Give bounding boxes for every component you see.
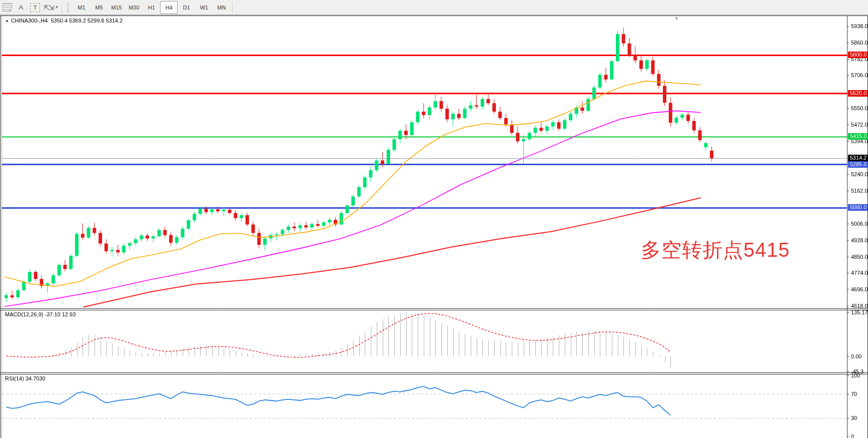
arrows-glyph: ⇱⇲: [44, 4, 53, 12]
timeframe-button-h4[interactable]: H4: [160, 1, 178, 14]
level-price-badge: 5285.0: [848, 161, 868, 168]
toolbar-separator-2: [232, 2, 233, 13]
text-box-icon[interactable]: T: [30, 3, 41, 13]
rsi-axis-tick: 30: [851, 415, 868, 421]
collapse-triangle-icon[interactable]: ▼: [5, 19, 9, 24]
price-axis-tick: 4928.0: [851, 237, 868, 243]
timeframe-button-h1[interactable]: H1: [143, 1, 160, 14]
timeframe-button-m15[interactable]: M15: [108, 1, 125, 14]
price-axis-tick: 5006.0: [851, 221, 868, 227]
chart-text-annotation: 多空转折点5415: [641, 236, 790, 264]
timeframe-buttons: M1M5M15M30H1H4D1W1MN: [73, 1, 230, 14]
level-price-badge: 5800.0: [848, 52, 868, 58]
text-label-icon[interactable]: A: [16, 3, 27, 13]
macd-axis-tick: 0.00: [851, 353, 868, 359]
macd-indicator-label: MACD(12,26,9) -37.10 12.93: [5, 311, 76, 317]
symbol-header: ▼CHINA300-,H4 5350.4 5369.2 5299.8 5314.…: [5, 18, 123, 24]
timeframe-button-w1[interactable]: W1: [195, 1, 213, 14]
dropdown-caret-icon: ▼: [55, 5, 59, 10]
macd-axis-tick: 135.17: [851, 309, 868, 315]
chart-window: ▼CHINA300-,H4 5350.4 5369.2 5299.8 5314.…: [0, 16, 868, 438]
timeframe-button-m1[interactable]: M1: [73, 1, 90, 14]
price-axis-tick: 5550.0: [851, 105, 868, 111]
price-axis-tick: 4618.0: [851, 303, 868, 309]
text-box-glyph: T: [30, 3, 40, 12]
grid-f-icon[interactable]: F: [2, 3, 13, 13]
ohlc-values: 5350.4 5369.2 5299.8 5314.2: [51, 18, 123, 24]
level-price-badge: 5415.0: [848, 133, 868, 140]
timeframe-button-m5[interactable]: M5: [90, 1, 108, 14]
rsi-axis-tick: 70: [851, 391, 868, 397]
rsi-axis-tick: 100: [851, 372, 868, 378]
chart-canvas[interactable]: [1, 16, 867, 438]
toolbar-separator: [62, 2, 63, 13]
price-axis-tick: 5240.0: [851, 171, 868, 177]
window-inner-border: [2, 16, 2, 438]
toolbar-drag-handle[interactable]: [68, 3, 70, 13]
price-axis-tick: 4850.0: [851, 254, 868, 260]
price-axis-tick: 4774.0: [851, 270, 868, 276]
toolbar: F A T ⇱⇲ ▼ M1M5M15M30H1H4D1W1MN: [0, 0, 868, 15]
rsi-indicator-label: RSI(14) 34.7030: [5, 375, 46, 381]
level-price-badge: 5620.0: [848, 90, 868, 97]
symbol-name: CHINA300-,H4: [11, 18, 48, 24]
chart-shift-marker-icon[interactable]: ▼: [674, 16, 679, 21]
cursor-arrows-icon[interactable]: ⇱⇲ ▼: [44, 3, 59, 13]
level-price-badge: 5080.0: [848, 204, 868, 211]
price-axis-tick: 5706.0: [851, 72, 868, 78]
price-axis-tick: 5938.0: [851, 23, 868, 29]
price-axis-tick: 5472.0: [851, 122, 868, 128]
price-axis-tick: 4696.0: [851, 286, 868, 292]
price-axis-tick: 5860.0: [851, 40, 868, 46]
grid-f-glyph: F: [3, 3, 12, 12]
timeframe-button-d1[interactable]: D1: [178, 1, 195, 14]
current-price-badge: 5314.2: [848, 155, 868, 161]
timeframe-button-mn[interactable]: MN: [213, 1, 230, 14]
timeframe-button-m30[interactable]: M30: [125, 1, 143, 14]
price-axis-tick: 5162.0: [851, 188, 868, 194]
rsi-axis-tick: 0: [851, 433, 868, 438]
